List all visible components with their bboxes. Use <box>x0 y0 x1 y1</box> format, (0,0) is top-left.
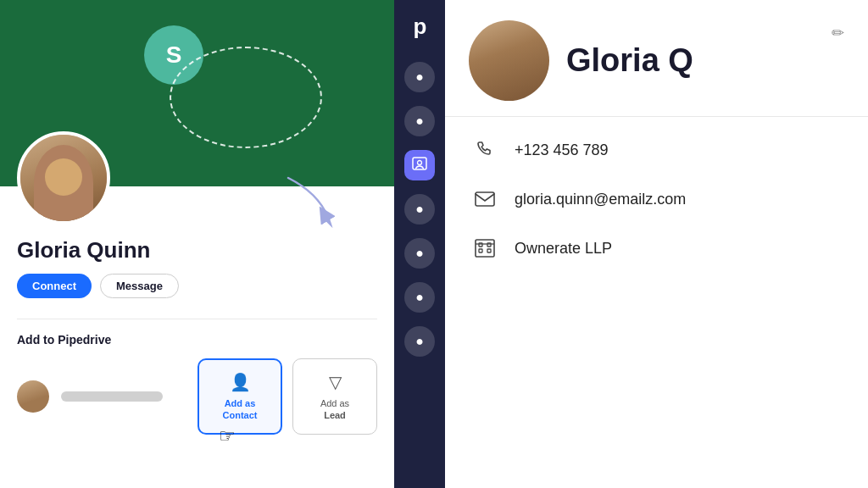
center-nav: p ● ● ● ● ● ● <box>394 0 445 488</box>
phone-icon <box>469 134 501 166</box>
mini-name-bar <box>61 391 163 402</box>
phone-value: +123 456 789 <box>515 141 609 159</box>
right-person-name: Gloria Q <box>566 42 693 79</box>
right-panel: Gloria Q ✏ +123 456 789 gloria.quinn@ema… <box>445 0 868 488</box>
nav-item-contacts[interactable] <box>404 150 435 180</box>
nav-icon-2: ● <box>415 114 424 129</box>
person-name: Gloria Quinn <box>17 237 377 263</box>
right-info: +123 456 789 gloria.quinn@emailz.com <box>445 117 868 281</box>
right-avatar <box>469 20 549 101</box>
nav-item-6[interactable]: ● <box>404 282 435 313</box>
add-contact-label: Add asContact <box>223 397 258 422</box>
nav-item-2[interactable]: ● <box>404 106 435 136</box>
svg-point-1 <box>418 161 422 165</box>
email-value: gloria.quinn@emailz.com <box>515 191 686 208</box>
annotation-arrow <box>280 169 348 237</box>
nav-item-4[interactable]: ● <box>404 194 435 225</box>
nav-icon-5: ● <box>415 246 424 261</box>
svg-rect-0 <box>413 158 426 169</box>
divider <box>17 319 377 319</box>
add-section-row: 👤 Add asContact ▽ Add asLead <box>17 358 377 435</box>
add-section-label: Add to Pipedrive <box>17 333 377 347</box>
cursor-pointer: ☞ <box>219 425 236 447</box>
add-cards: 👤 Add asContact ▽ Add asLead <box>198 358 377 435</box>
action-buttons: Connect Message <box>17 274 377 298</box>
mini-avatar <box>17 380 49 413</box>
avatar-face <box>20 135 107 221</box>
email-row: gloria.quinn@emailz.com <box>469 183 844 215</box>
contacts-icon <box>411 155 428 175</box>
add-lead-card[interactable]: ▽ Add asLead <box>292 358 377 435</box>
nav-icon-1: ● <box>415 69 424 85</box>
nav-item-5[interactable]: ● <box>404 238 435 269</box>
phone-row: +123 456 789 <box>469 134 844 166</box>
svg-rect-6 <box>479 249 482 252</box>
connect-button[interactable]: Connect <box>17 274 92 298</box>
add-contact-card[interactable]: 👤 Add asContact <box>198 358 282 435</box>
mini-avatar-inner <box>17 380 49 413</box>
edit-icon[interactable]: ✏ <box>832 24 844 42</box>
svg-rect-2 <box>476 192 494 206</box>
nav-icon-4: ● <box>415 202 424 217</box>
company-row: Ownerate LLP <box>469 232 844 264</box>
svg-rect-7 <box>487 249 491 252</box>
nav-icon-7: ● <box>415 334 424 349</box>
annotation-oval <box>170 47 322 148</box>
right-avatar-inner <box>469 20 549 101</box>
add-lead-label: Add asLead <box>320 397 349 422</box>
contact-icon: 👤 <box>230 372 251 392</box>
nav-item-1[interactable]: ● <box>404 62 435 92</box>
left-panel: S Gloria Quinn Connect Message Add to Pi… <box>0 0 394 488</box>
message-button[interactable]: Message <box>100 274 179 298</box>
app-logo: p <box>414 14 426 40</box>
nav-item-7[interactable]: ● <box>404 326 435 357</box>
nav-icon-6: ● <box>415 290 424 305</box>
company-icon <box>469 232 501 264</box>
right-header: Gloria Q ✏ <box>445 0 868 117</box>
lead-icon: ▽ <box>329 372 342 392</box>
svg-rect-3 <box>476 240 494 257</box>
email-icon <box>469 183 501 215</box>
profile-avatar-left <box>17 131 110 225</box>
company-value: Ownerate LLP <box>515 240 612 258</box>
